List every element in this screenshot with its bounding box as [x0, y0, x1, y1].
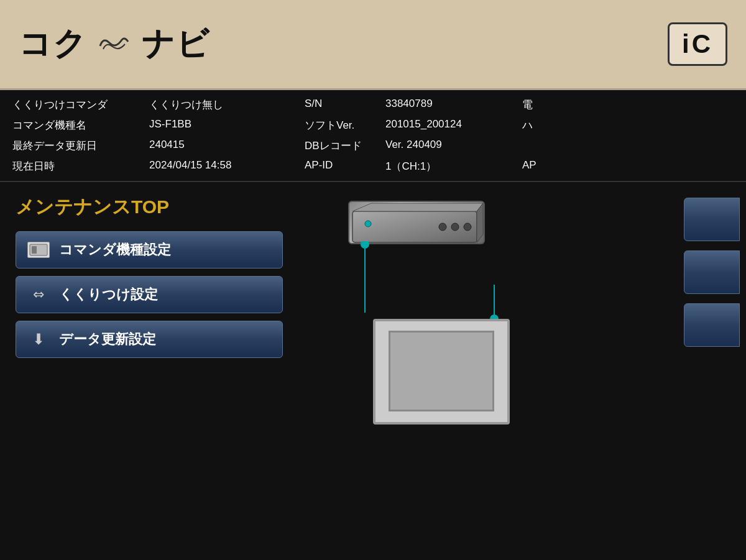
info-value-3-1: 240415 [146, 136, 302, 155]
rect-icon [29, 244, 48, 256]
connector-line-top [357, 241, 389, 316]
info-value-2-1: JS-F1BB [146, 116, 302, 135]
info-label-4-1: 現在日時 [9, 157, 146, 176]
info-extra-3 [519, 136, 737, 155]
info-value-4-2: 1（CH:1） [382, 157, 519, 176]
data-update-label: データ更新設定 [59, 330, 156, 349]
commander-model-button[interactable]: コマンダ機種設定 [16, 231, 283, 269]
svg-rect-1 [32, 246, 37, 254]
info-label-2-1: コマンダ機種名 [9, 116, 146, 135]
info-value-2-2: 201015_200124 [382, 116, 519, 135]
svg-point-6 [365, 221, 371, 227]
connector-line-bottom [476, 285, 513, 322]
info-label-3-1: 最終データ更新日 [9, 136, 146, 155]
section-title: メンテナンスTOP [16, 195, 308, 220]
svg-point-3 [439, 223, 446, 231]
info-value-4-1: 2024/04/15 14:58 [146, 157, 302, 176]
commander-model-icon [27, 242, 50, 258]
info-grid: くくりつけコマンダ くくりつけ無し S/N 33840789 電 コマンダ機種名… [0, 90, 746, 182]
svg-point-4 [451, 223, 459, 231]
binding-settings-label: くくりつけ設定 [59, 285, 158, 304]
info-label-3-2: DBレコード [302, 136, 382, 155]
commander-model-label: コマンダ機種設定 [59, 241, 171, 259]
data-update-button[interactable]: ⬇ データ更新設定 [16, 321, 283, 358]
device-screen-frame [373, 319, 510, 425]
left-panel: メンテナンスTOP コマンダ機種設定 ⇔ くくりつけ設定 ⬇ データ更 [0, 182, 323, 560]
partial-button-3[interactable] [684, 303, 740, 347]
arrow-icon: ⇔ [27, 287, 50, 303]
info-value-1-1: くくりつけ無し [146, 95, 302, 114]
info-label-4-2: AP-ID [302, 157, 382, 176]
device-bottom-illustration [373, 319, 535, 443]
partial-button-1[interactable] [684, 198, 740, 241]
svg-point-7 [361, 241, 369, 249]
info-extra-2: ハ [519, 116, 737, 135]
info-value-1-2: 33840789 [382, 95, 519, 114]
device-top-illustration [348, 201, 497, 263]
info-label-1-1: くくりつけコマンダ [9, 95, 146, 114]
info-extra-4: AP [519, 157, 737, 176]
device-3d-svg [349, 202, 486, 246]
info-label-1-2: S/N [302, 95, 382, 114]
download-icon: ⬇ [27, 331, 50, 347]
screen: くくりつけコマンダ くくりつけ無し S/N 33840789 電 コマンダ機種名… [0, 90, 746, 560]
info-label-2-2: ソフトVer. [302, 116, 382, 135]
right-panel [323, 182, 746, 560]
wave-icon [97, 30, 131, 62]
logo-area: コク ナビ [19, 22, 210, 66]
info-extra-1: 電 [519, 95, 737, 114]
logo-text: コク ナビ [19, 22, 210, 66]
device-screen-inner [389, 331, 494, 411]
binding-settings-button[interactable]: ⇔ くくりつけ設定 [16, 276, 283, 313]
top-bezel: コク ナビ iC [0, 0, 746, 90]
ic-badge: iC [668, 22, 727, 66]
device-box [348, 201, 485, 244]
svg-point-5 [464, 223, 471, 231]
info-value-3-2: Ver. 240409 [382, 136, 519, 155]
partial-button-2[interactable] [684, 250, 740, 294]
right-partial-buttons [678, 188, 746, 356]
main-content: メンテナンスTOP コマンダ機種設定 ⇔ くくりつけ設定 ⬇ データ更 [0, 182, 746, 560]
